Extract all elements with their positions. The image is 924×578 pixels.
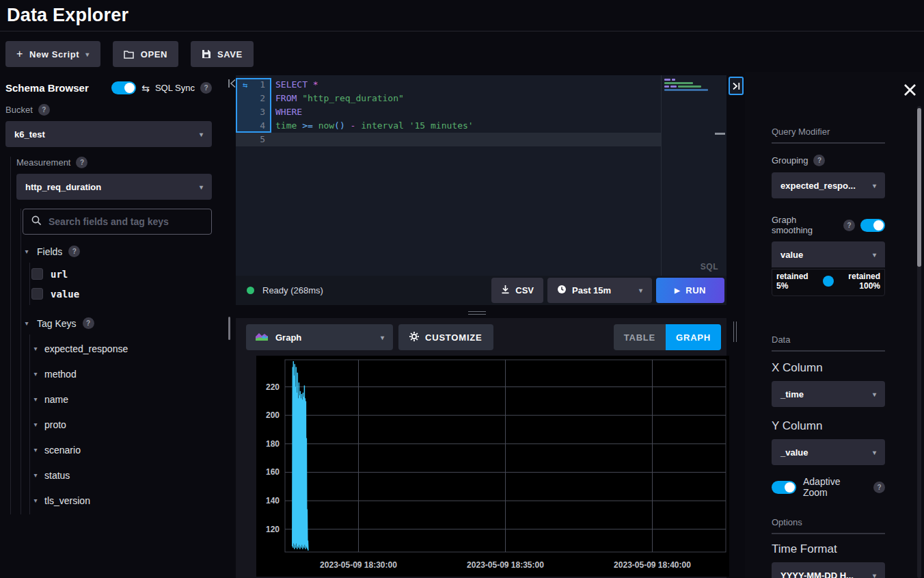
chevron-down-icon: ▾ bbox=[23, 319, 31, 327]
help-icon[interactable]: ? bbox=[76, 157, 87, 168]
adaptive-zoom-toggle[interactable] bbox=[772, 481, 796, 494]
code-line[interactable]: ⇆1SELECT * bbox=[236, 78, 661, 92]
time-format-label: Time Format bbox=[772, 542, 885, 556]
retained-max-label: retained 100% bbox=[839, 272, 880, 293]
graph-type-dropdown[interactable]: Graph ▾ bbox=[246, 324, 393, 350]
code-line[interactable]: 4time >= now() - interval '15 minutes' bbox=[236, 119, 661, 133]
line-number: 2 bbox=[254, 92, 271, 105]
bucket-dropdown[interactable]: k6_test ▾ bbox=[5, 121, 212, 147]
fields-group-header[interactable]: ▾ Fields ? bbox=[23, 246, 212, 257]
code-area[interactable]: ⇆1SELECT *2FROM "http_req_duration"3WHER… bbox=[236, 75, 661, 276]
x-column-dropdown[interactable]: _time ▾ bbox=[772, 381, 885, 407]
code-line[interactable]: 2FROM "http_req_duration" bbox=[236, 92, 661, 105]
plus-icon: + bbox=[16, 48, 23, 60]
svg-text:180: 180 bbox=[266, 439, 280, 449]
new-script-button[interactable]: + New Script ▾ bbox=[5, 41, 100, 67]
code-line[interactable]: 3WHERE bbox=[236, 105, 661, 119]
field-item-url[interactable]: url bbox=[31, 264, 212, 284]
tag-key-item-proto[interactable]: ▾proto bbox=[31, 412, 212, 437]
graph-smoothing-label: Graph smoothing bbox=[772, 215, 838, 235]
graph-type-value: Graph bbox=[275, 332, 301, 343]
chevron-down-icon: ▾ bbox=[31, 421, 40, 428]
open-button[interactable]: OPEN bbox=[113, 41, 178, 67]
tag-key-label: status bbox=[44, 470, 70, 481]
drag-grip bbox=[733, 321, 734, 342]
sql-sync-toggle[interactable] bbox=[111, 81, 136, 94]
code-text bbox=[271, 133, 275, 146]
time-range-label: Past 15m bbox=[572, 285, 611, 295]
tag-key-item-method[interactable]: ▾method bbox=[31, 361, 212, 386]
toggle-knob bbox=[873, 220, 884, 231]
graph-view-button[interactable]: GRAPH bbox=[666, 324, 721, 350]
field-item-value[interactable]: value bbox=[31, 284, 212, 304]
help-icon[interactable]: ? bbox=[873, 482, 885, 493]
chevron-down-icon: ▾ bbox=[873, 391, 876, 398]
sql-editor[interactable]: ⇆1SELECT *2FROM "http_req_duration"3WHER… bbox=[236, 75, 726, 276]
code-text: time >= now() - interval '15 minutes' bbox=[271, 119, 474, 133]
checkbox[interactable] bbox=[31, 288, 43, 300]
drag-grip bbox=[468, 311, 486, 312]
help-icon[interactable]: ? bbox=[38, 104, 50, 116]
chevron-down-icon: ▾ bbox=[200, 183, 203, 191]
retained-slider[interactable]: retained 5% retained 100% bbox=[772, 269, 885, 296]
chart-svg[interactable]: 1201401601802002202023-05-09 18:30:00202… bbox=[256, 356, 729, 577]
graph-smoothing-toggle[interactable] bbox=[860, 219, 885, 232]
line-number: 5 bbox=[254, 133, 271, 146]
schema-browser-title: Schema Browser bbox=[5, 82, 89, 94]
time-range-dropdown[interactable]: Past 15m ▾ bbox=[547, 278, 652, 303]
table-view-button[interactable]: TABLE bbox=[614, 324, 666, 350]
time-format-dropdown[interactable]: YYYY-MM-DD H... ▾ bbox=[772, 562, 885, 578]
chevron-down-icon: ▾ bbox=[200, 131, 203, 138]
editor-scroll-indicator[interactable] bbox=[715, 133, 725, 135]
tag-key-item-status[interactable]: ▾status bbox=[31, 462, 212, 488]
smoothing-column-dropdown[interactable]: value ▾ bbox=[772, 241, 885, 267]
measurement-dropdown[interactable]: http_req_duration ▾ bbox=[16, 174, 212, 200]
svg-text:2023-05-09 18:30:00: 2023-05-09 18:30:00 bbox=[320, 560, 397, 570]
customize-button[interactable]: CUSTOMIZE bbox=[398, 324, 493, 350]
code-text: SELECT * bbox=[271, 78, 318, 92]
save-button[interactable]: SAVE bbox=[191, 41, 254, 67]
help-icon[interactable]: ? bbox=[83, 317, 94, 329]
chevron-down-icon: ▾ bbox=[873, 182, 876, 189]
sql-sync-icon: ⇆ bbox=[141, 83, 150, 94]
tag-key-item-name[interactable]: ▾name bbox=[31, 386, 212, 412]
help-icon[interactable]: ? bbox=[813, 155, 825, 166]
y-column-value: _value bbox=[780, 447, 808, 458]
tag-key-item-expected_response[interactable]: ▾expected_response bbox=[31, 336, 212, 361]
tag-key-item-tls_version[interactable]: ▾tls_version bbox=[31, 488, 212, 513]
y-column-dropdown[interactable]: _value ▾ bbox=[772, 439, 885, 465]
search-input[interactable] bbox=[49, 216, 203, 227]
page-title: Data Explorer bbox=[7, 5, 924, 26]
checkbox[interactable] bbox=[31, 268, 43, 280]
measurement-value: http_req_duration bbox=[25, 182, 101, 192]
visualization-header: Graph ▾ CUSTOMIZE TABLE GRAPH bbox=[246, 324, 721, 350]
csv-download-button[interactable]: CSV bbox=[491, 278, 543, 303]
tag-keys-group-header[interactable]: ▾ Tag Keys ? bbox=[23, 317, 212, 329]
chevron-down-icon: ▾ bbox=[31, 345, 40, 352]
help-icon[interactable]: ? bbox=[200, 82, 212, 94]
code-text: FROM "http_req_duration" bbox=[271, 92, 404, 105]
schema-browser-panel: Schema Browser ⇆ SQL Sync ? Bucket ? k6_… bbox=[0, 72, 217, 578]
help-icon[interactable]: ? bbox=[68, 246, 80, 257]
tag-keys-list: ▾expected_response▾method▾name▾proto▾sce… bbox=[29, 334, 212, 514]
download-icon bbox=[501, 285, 510, 296]
line-number: 4 bbox=[254, 119, 271, 133]
grouping-dropdown[interactable]: expected_respo... ▾ bbox=[772, 172, 885, 198]
run-button[interactable]: ▶ RUN bbox=[656, 278, 724, 303]
minimap[interactable] bbox=[661, 75, 726, 276]
slider-knob[interactable] bbox=[823, 276, 834, 287]
svg-text:200: 200 bbox=[266, 410, 280, 420]
chevron-down-icon: ▾ bbox=[23, 248, 31, 255]
tag-key-item-scenario[interactable]: ▾scenario bbox=[31, 437, 212, 462]
gear-icon bbox=[409, 332, 419, 343]
vertical-resize-handle[interactable] bbox=[728, 72, 745, 578]
code-lines: ⇆1SELECT *2FROM "http_req_duration"3WHER… bbox=[236, 78, 661, 146]
field-label: url bbox=[51, 269, 68, 280]
help-icon[interactable]: ? bbox=[843, 220, 855, 231]
query-status: Ready (268ms) bbox=[262, 285, 323, 295]
close-icon[interactable] bbox=[903, 83, 917, 100]
tag-keys-label: Tag Keys bbox=[37, 318, 77, 329]
expand-panel-button[interactable] bbox=[729, 77, 744, 95]
code-line[interactable]: 5 bbox=[236, 133, 661, 146]
panel-scrollbar-thumb[interactable] bbox=[917, 108, 921, 267]
